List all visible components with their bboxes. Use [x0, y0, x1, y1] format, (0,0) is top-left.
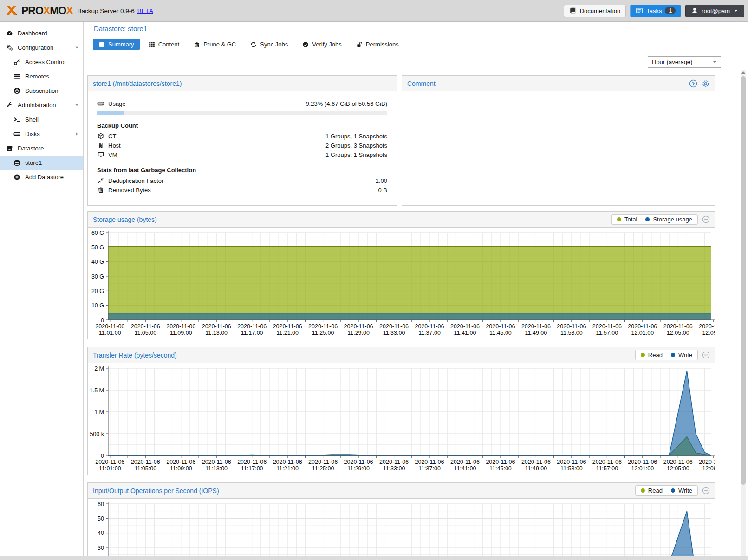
svg-text:2020-11-06: 2020-11-06	[663, 323, 693, 330]
sidebar-item-datastore[interactable]: Datastore	[0, 141, 83, 156]
collapse-minus-circle-icon[interactable]	[702, 487, 710, 495]
svg-text:2020-11-06: 2020-11-06	[202, 459, 231, 465]
svg-text:11:49:00: 11:49:00	[525, 465, 547, 472]
svg-text:2020-11-06: 2020-11-06	[415, 323, 444, 330]
legend-item-write[interactable]: Write	[671, 487, 692, 494]
sidebar-item-access-control[interactable]: Access Control	[0, 55, 83, 69]
legend-item-read[interactable]: Read	[641, 352, 663, 358]
vertical-scrollbar[interactable]	[741, 70, 746, 560]
svg-text:11:33:00: 11:33:00	[383, 330, 405, 336]
gc-stats-row-deduplication-factor: Deduplication Factor1.00	[97, 176, 387, 185]
svg-text:11:37:00: 11:37:00	[418, 330, 441, 336]
panel-title: Storage usage (bytes)	[93, 216, 157, 223]
legend-item-read[interactable]: Read	[641, 487, 663, 494]
sidebar-item-label: Disks	[25, 130, 40, 137]
sidebar-item-configuration[interactable]: Configuration	[0, 40, 83, 55]
documentation-button[interactable]: Documentation	[564, 5, 626, 17]
backup-count-row-vm: VM1 Groups, 1 Snapshots	[97, 150, 387, 159]
sidebar-item-label: Remotes	[25, 73, 49, 80]
svg-text:11:13:00: 11:13:00	[205, 465, 228, 472]
usage-row: Usage 9.23% (4.67 GiB of 50.56 GiB)	[97, 99, 387, 108]
terminal-icon	[13, 116, 21, 123]
svg-text:40 G: 40 G	[91, 259, 104, 265]
panel-title: store1 (/mnt/datastores/store1)	[93, 80, 182, 87]
svg-text:2020-11-06: 2020-11-06	[308, 459, 338, 465]
user-menu-button[interactable]: root@pam	[685, 5, 744, 17]
tab-prune-gc[interactable]: Prune & GC	[188, 39, 241, 50]
svg-text:11:45:00: 11:45:00	[489, 465, 512, 472]
caret-right-icon[interactable]	[74, 131, 79, 137]
horizontal-scrollbar[interactable]	[0, 556, 748, 560]
collapse-minus-circle-icon[interactable]	[702, 215, 710, 223]
tab-permissions[interactable]: Permissions	[351, 39, 404, 50]
sidebar-item-subscription[interactable]: Subscription	[0, 84, 83, 98]
panel-title: Input/Output Operations per Second (IOPS…	[93, 487, 219, 495]
building-icon	[97, 142, 104, 149]
caret-down-icon[interactable]	[74, 103, 79, 108]
svg-text:2020-11-06: 2020-11-06	[273, 459, 302, 465]
legend-item-storage-usage[interactable]: Storage usage	[645, 216, 692, 223]
legend-dot	[617, 217, 621, 221]
svg-text:2020-11-06: 2020-11-06	[663, 459, 693, 465]
svg-text:2020-11-06: 2020-11-06	[131, 459, 160, 465]
storage-usage-chart: 010 G20 G30 G40 G50 G60 G2020-11-0611:01…	[88, 228, 715, 339]
sidebar-item-shell[interactable]: Shell	[0, 112, 83, 127]
chart-legend: TotalStorage usage	[611, 214, 698, 225]
key-icon	[13, 59, 21, 65]
legend-item-write[interactable]: Write	[671, 352, 692, 358]
sidebar-item-store1[interactable]: store1	[0, 156, 83, 170]
beta-link[interactable]: BETA	[137, 7, 153, 14]
collapse-minus-circle-icon[interactable]	[702, 351, 710, 359]
tab-content[interactable]: Content	[143, 39, 185, 50]
row-value: 0 B	[378, 187, 387, 194]
svg-text:2020-11-06: 2020-11-06	[521, 459, 551, 465]
usage-progressbar	[97, 111, 387, 115]
comment-body[interactable]	[402, 91, 715, 205]
tab-summary[interactable]: Summary	[93, 39, 140, 50]
time-range-select[interactable]: Hour (average)	[648, 56, 721, 68]
gear-icon[interactable]	[702, 79, 710, 88]
panel-header: store1 (/mnt/datastores/store1)	[88, 76, 397, 91]
comment-panel: Comment	[402, 75, 715, 206]
sidebar-item-add-datastore[interactable]: Add Datastore	[0, 170, 83, 184]
svg-text:11:05:00: 11:05:00	[134, 330, 156, 336]
svg-text:2 M: 2 M	[94, 365, 104, 372]
tab-verify-jobs[interactable]: Verify Jobs	[297, 39, 347, 50]
svg-text:12:05:00: 12:05:00	[667, 330, 689, 336]
hdd-icon	[97, 100, 104, 107]
svg-text:2020-11-06: 2020-11-06	[237, 459, 267, 465]
chevron-right-circle-icon[interactable]	[689, 79, 697, 88]
svg-text:2020-11-06: 2020-11-06	[415, 459, 444, 465]
svg-text:20 G: 20 G	[91, 288, 104, 294]
sidebar-item-administration[interactable]: Administration	[0, 98, 83, 112]
sidebar-item-label: Administration	[18, 102, 56, 109]
sidebar-item-dashboard[interactable]: Dashboard	[0, 26, 83, 40]
scroll-up-arrow-icon[interactable]	[741, 71, 745, 74]
panel-header: Comment	[402, 76, 715, 91]
svg-text:11:45:00: 11:45:00	[489, 330, 512, 336]
sidebar-item-label: Subscription	[25, 87, 59, 94]
sidebar-item-disks[interactable]: Disks	[0, 127, 83, 141]
proxmox-wordmark: PROXMOX	[21, 5, 73, 17]
legend-item-total[interactable]: Total	[617, 216, 637, 223]
svg-text:11:25:00: 11:25:00	[312, 465, 334, 472]
vertical-scrollbar-thumb[interactable]	[741, 76, 746, 485]
remotes-icon	[13, 73, 21, 80]
sidebar-item-remotes[interactable]: Remotes	[0, 69, 83, 84]
sidebar-item-label: Shell	[25, 116, 39, 123]
row-label: Deduplication Factor	[108, 177, 163, 184]
svg-text:11:41:00: 11:41:00	[454, 465, 476, 472]
svg-text:11:53:00: 11:53:00	[560, 465, 583, 472]
gears-icon	[6, 44, 13, 51]
chevron-down-icon	[712, 59, 718, 65]
row-value: 1 Groups, 1 Snapshots	[325, 151, 387, 158]
sync-icon	[250, 41, 257, 48]
tab-label: Sync Jobs	[260, 41, 288, 48]
svg-text:2020-11-06: 2020-11-06	[95, 323, 124, 330]
panel-header: Input/Output Operations per Second (IOPS…	[88, 483, 715, 499]
tab-sync-jobs[interactable]: Sync Jobs	[245, 39, 293, 50]
sidebar-item-label: Configuration	[18, 44, 53, 51]
tasks-button[interactable]: Tasks 1	[630, 5, 681, 17]
sidebar-item-label: Dashboard	[18, 30, 47, 37]
caret-down-icon[interactable]	[74, 45, 79, 50]
